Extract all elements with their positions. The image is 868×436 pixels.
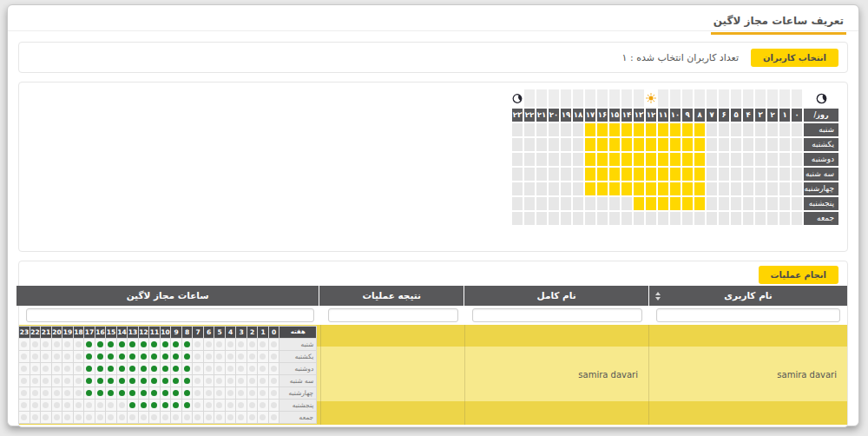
schedule-cell[interactable] bbox=[792, 168, 802, 181]
schedule-cell[interactable] bbox=[755, 123, 766, 136]
schedule-cell[interactable] bbox=[743, 197, 753, 210]
schedule-cell[interactable] bbox=[779, 168, 790, 181]
schedule-cell[interactable] bbox=[731, 197, 741, 210]
schedule-cell[interactable] bbox=[682, 212, 693, 225]
day-label[interactable]: پنجشنبه bbox=[804, 197, 838, 210]
schedule-cell[interactable] bbox=[621, 168, 632, 181]
schedule-cell[interactable] bbox=[549, 123, 559, 136]
schedule-cell[interactable] bbox=[536, 197, 547, 210]
schedule-cell[interactable] bbox=[621, 212, 632, 225]
schedule-cell[interactable] bbox=[549, 168, 559, 181]
schedule-cell[interactable] bbox=[792, 212, 802, 225]
day-label[interactable]: سه شنبه bbox=[804, 168, 838, 181]
hour-header-cell[interactable]: ۲ bbox=[767, 109, 778, 122]
day-label[interactable]: چهارشنبه bbox=[804, 182, 838, 195]
schedule-cell[interactable] bbox=[634, 168, 644, 181]
schedule-cell[interactable] bbox=[609, 168, 620, 181]
schedule-cell[interactable] bbox=[536, 138, 547, 151]
schedule-cell[interactable] bbox=[779, 138, 790, 151]
schedule-cell[interactable] bbox=[743, 168, 753, 181]
hour-header-cell[interactable]: ۱۷ bbox=[585, 109, 595, 122]
schedule-cell[interactable] bbox=[597, 182, 608, 195]
schedule-cell[interactable] bbox=[670, 197, 681, 210]
schedule-cell[interactable] bbox=[621, 197, 632, 210]
schedule-cell[interactable] bbox=[609, 197, 620, 210]
schedule-cell[interactable] bbox=[767, 123, 778, 136]
schedule-cell[interactable] bbox=[597, 138, 608, 151]
schedule-cell[interactable] bbox=[670, 138, 681, 151]
schedule-cell[interactable] bbox=[694, 182, 705, 195]
schedule-cell[interactable] bbox=[549, 212, 559, 225]
hour-header-cell[interactable]: ۵ bbox=[731, 109, 741, 122]
schedule-cell[interactable] bbox=[634, 182, 644, 195]
schedule-cell[interactable] bbox=[512, 168, 523, 181]
hour-header-cell[interactable]: ۲۰ bbox=[549, 109, 559, 122]
day-label[interactable]: جمعه bbox=[804, 212, 838, 225]
hour-header-cell[interactable]: ۴ bbox=[743, 109, 753, 122]
hour-header-cell[interactable]: ۱۴ bbox=[621, 109, 632, 122]
schedule-cell[interactable] bbox=[609, 212, 620, 225]
schedule-cell[interactable] bbox=[524, 182, 535, 195]
schedule-cell[interactable] bbox=[694, 153, 705, 166]
schedule-cell[interactable] bbox=[646, 212, 656, 225]
schedule-cell[interactable] bbox=[658, 212, 668, 225]
schedule-cell[interactable] bbox=[536, 212, 547, 225]
schedule-cell[interactable] bbox=[719, 197, 729, 210]
sun-icon[interactable] bbox=[646, 89, 656, 107]
schedule-cell[interactable] bbox=[719, 123, 729, 136]
hour-header-cell[interactable]: ۱۵ bbox=[609, 109, 620, 122]
schedule-cell[interactable] bbox=[585, 123, 595, 136]
schedule-cell[interactable] bbox=[573, 212, 583, 225]
schedule-cell[interactable] bbox=[585, 168, 595, 181]
schedule-cell[interactable] bbox=[755, 153, 766, 166]
hour-header-cell[interactable]: ۲۱ bbox=[536, 109, 547, 122]
schedule-cell[interactable] bbox=[658, 123, 668, 136]
schedule-cell[interactable] bbox=[694, 212, 705, 225]
schedule-cell[interactable] bbox=[719, 138, 729, 151]
schedule-cell[interactable] bbox=[646, 138, 656, 151]
schedule-cell[interactable] bbox=[694, 138, 705, 151]
schedule-cell[interactable] bbox=[731, 212, 741, 225]
column-header-username[interactable]: نام کاربری bbox=[649, 286, 847, 306]
schedule-cell[interactable] bbox=[524, 123, 535, 136]
hour-header-cell[interactable]: ۱۸ bbox=[573, 109, 583, 122]
schedule-cell[interactable] bbox=[779, 197, 790, 210]
schedule-cell[interactable] bbox=[743, 138, 753, 151]
schedule-cell[interactable] bbox=[536, 153, 547, 166]
schedule-cell[interactable] bbox=[767, 153, 778, 166]
perform-operations-button[interactable]: انجام عملیات bbox=[759, 266, 838, 284]
schedule-cell[interactable] bbox=[524, 168, 535, 181]
schedule-cell[interactable] bbox=[670, 168, 681, 181]
hour-header-cell[interactable]: ۲۲ bbox=[524, 109, 535, 122]
hour-header-cell[interactable]: ۳ bbox=[755, 109, 766, 122]
schedule-cell[interactable] bbox=[792, 153, 802, 166]
schedule-cell[interactable] bbox=[549, 197, 559, 210]
schedule-cell[interactable] bbox=[670, 212, 681, 225]
hour-header-cell[interactable]: ۱ bbox=[779, 109, 790, 122]
hour-header-cell[interactable]: ۱۱ bbox=[658, 109, 668, 122]
schedule-cell[interactable] bbox=[524, 138, 535, 151]
schedule-cell[interactable] bbox=[767, 182, 778, 195]
schedule-cell[interactable] bbox=[779, 153, 790, 166]
schedule-cell[interactable] bbox=[621, 123, 632, 136]
hour-header-cell[interactable]: ۲۳ bbox=[512, 109, 523, 122]
schedule-cell[interactable] bbox=[658, 138, 668, 151]
schedule-cell[interactable] bbox=[682, 153, 693, 166]
schedule-cell[interactable] bbox=[658, 168, 668, 181]
schedule-cell[interactable] bbox=[536, 123, 547, 136]
schedule-cell[interactable] bbox=[524, 197, 535, 210]
schedule-cell[interactable] bbox=[767, 197, 778, 210]
schedule-cell[interactable] bbox=[573, 182, 583, 195]
schedule-cell[interactable] bbox=[731, 138, 741, 151]
schedule-cell[interactable] bbox=[512, 182, 523, 195]
filter-username-input[interactable] bbox=[656, 308, 840, 322]
hour-header-cell[interactable]: ۰ bbox=[792, 109, 802, 122]
schedule-cell[interactable] bbox=[682, 138, 693, 151]
schedule-cell[interactable] bbox=[755, 182, 766, 195]
schedule-cell[interactable] bbox=[609, 123, 620, 136]
schedule-cell[interactable] bbox=[779, 182, 790, 195]
schedule-cell[interactable] bbox=[707, 182, 717, 195]
select-users-button[interactable]: انتخاب کاربران bbox=[751, 49, 838, 67]
schedule-cell[interactable] bbox=[707, 168, 717, 181]
schedule-cell[interactable] bbox=[792, 197, 802, 210]
